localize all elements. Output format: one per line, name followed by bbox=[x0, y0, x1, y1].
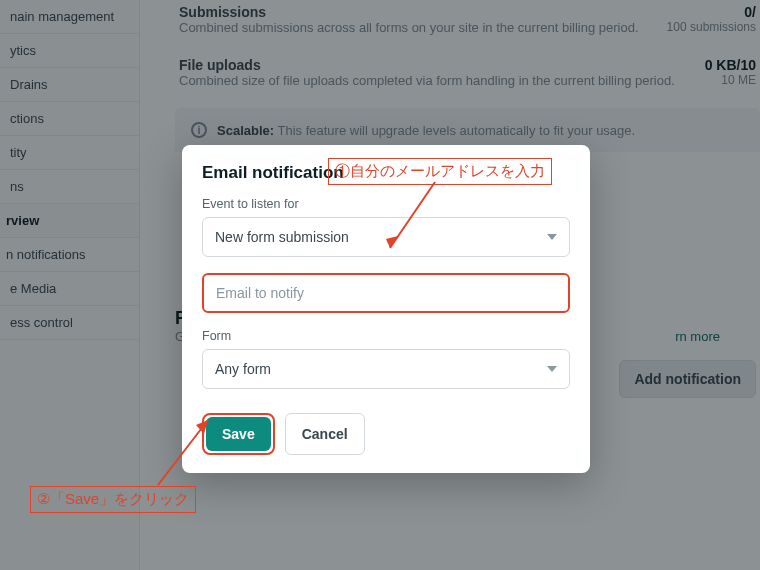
chevron-down-icon bbox=[547, 366, 557, 372]
form-label: Form bbox=[202, 329, 570, 343]
email-notification-modal: Email notification Event to listen for N… bbox=[182, 145, 590, 473]
chevron-down-icon bbox=[547, 234, 557, 240]
form-value: Any form bbox=[215, 361, 271, 377]
email-input[interactable] bbox=[202, 273, 570, 313]
event-value: New form submission bbox=[215, 229, 349, 245]
event-label: Event to listen for bbox=[202, 197, 570, 211]
modal-title: Email notification bbox=[202, 163, 570, 183]
form-select[interactable]: Any form bbox=[202, 349, 570, 389]
save-button[interactable]: Save bbox=[206, 417, 271, 451]
cancel-button[interactable]: Cancel bbox=[285, 413, 365, 455]
event-select[interactable]: New form submission bbox=[202, 217, 570, 257]
